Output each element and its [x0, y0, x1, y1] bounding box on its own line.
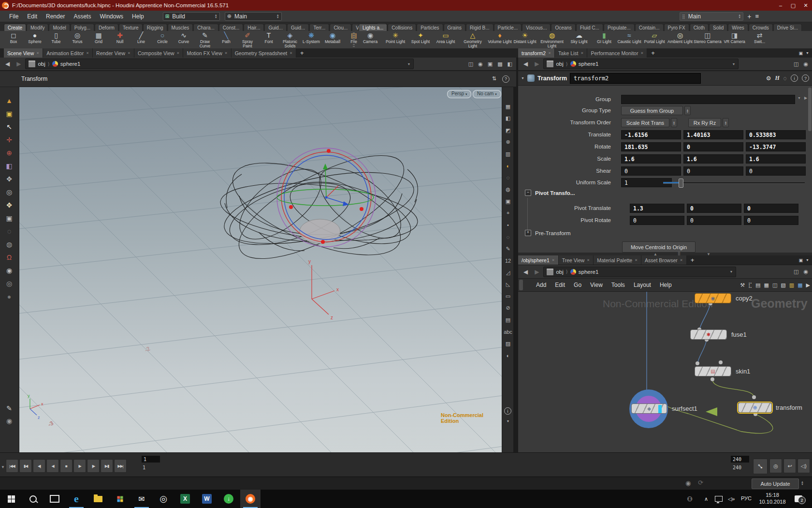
shelf-tab[interactable]: Drive Si...	[773, 24, 802, 31]
scale-tool-icon[interactable]: ▣	[2, 212, 16, 224]
gizmo-handle[interactable]	[289, 205, 293, 209]
volume-tray-icon[interactable]: ◁»	[725, 490, 738, 508]
network-menu-item[interactable]: Layout	[629, 282, 655, 288]
torus-tool[interactable]: ◎ Torus	[67, 31, 88, 44]
pose-tool-icon[interactable]: ◌	[2, 225, 16, 237]
close-icon[interactable]: ✕	[587, 258, 590, 262]
gizmo-handle[interactable]	[327, 149, 331, 153]
rotate-order-spinner[interactable]: ▲▼	[723, 118, 729, 127]
portal-light-tool[interactable]: ▱ Portal Light	[642, 31, 667, 44]
close-icon[interactable]: ✕	[290, 51, 292, 55]
area-light-tool[interactable]: ▭ Area Light	[433, 31, 458, 44]
box-tool[interactable]: ◻ Box	[3, 31, 24, 44]
group-type-spinner[interactable]: ▲▼	[684, 106, 691, 115]
shelf-set-selector[interactable]: ⣿Main▲▼	[680, 12, 743, 21]
distant-light-tool[interactable]: ☀ Distant Light	[512, 31, 537, 44]
path-dropdown-icon[interactable]: ▼	[730, 270, 733, 273]
scale-field[interactable]: 1.6	[621, 154, 681, 164]
geometry-light-tool[interactable]: △ Geometry Light	[458, 31, 487, 48]
draw-curve-tool[interactable]: ✎ Draw Curve	[194, 31, 216, 48]
close-button[interactable]: ✕	[799, 1, 812, 10]
shelf-tab[interactable]: Oceans	[551, 24, 575, 31]
camera-tool[interactable]: ◉ Camera	[358, 31, 383, 44]
stereo-camera-tool[interactable]: ◫ Stereo Camera	[693, 31, 722, 44]
projection-selector[interactable]: Persp ▾	[447, 90, 471, 98]
pane-tab[interactable]: Geometry Spreadsheet✕	[232, 48, 296, 58]
network-menu-item[interactable]: Tools	[607, 282, 629, 288]
memory-icon[interactable]: ◉	[685, 479, 691, 487]
node-skin1[interactable]: ▤	[695, 366, 731, 376]
shelf-tab[interactable]: Chara...	[193, 24, 218, 31]
shelf-tab[interactable]: Rigid B...	[466, 24, 493, 31]
new-pane-tab-button[interactable]: +	[296, 49, 308, 57]
close-icon[interactable]: ✕	[680, 258, 683, 262]
isolate-objects-icon[interactable]: ▥	[503, 149, 513, 159]
task-view-button[interactable]	[44, 490, 65, 508]
wireframe-geometry[interactable]	[218, 136, 420, 279]
gizmo-handle[interactable]	[321, 240, 325, 244]
hscript-icon[interactable]: H	[775, 75, 780, 82]
tube-tool[interactable]: ▯ Tube	[45, 31, 67, 44]
set-keyframe-button[interactable]: ⊶	[753, 459, 768, 474]
forward-icon[interactable]: ▶	[14, 60, 23, 67]
add-shelf-button[interactable]: +	[747, 13, 751, 20]
node-transform[interactable]: ⊕	[738, 403, 772, 413]
menu-item[interactable]: Edit	[23, 13, 42, 20]
circle-tool[interactable]: ○ Circle	[152, 31, 173, 44]
muscle-tool-icon[interactable]: Ω	[2, 252, 16, 263]
pivot-rotate-field[interactable]: 0	[630, 216, 684, 225]
maximize-button[interactable]: ▢	[787, 1, 799, 10]
forward-icon[interactable]: ▶	[532, 269, 541, 275]
select-tool-icon[interactable]: ↖	[2, 121, 16, 133]
auto-update-spinner[interactable]: ▲▼	[801, 481, 804, 486]
shading-mode-icon[interactable]: ◧	[503, 114, 513, 123]
sphere-tool[interactable]: ● Sphere	[24, 31, 45, 44]
transform-order-spinner[interactable]: ▲▼	[671, 118, 677, 127]
marker-icon[interactable]: ✎	[503, 244, 513, 254]
translate-field[interactable]: 1.40163	[683, 130, 743, 139]
line-tool[interactable]: ╱ Line	[130, 31, 152, 44]
stop-button[interactable]: ■	[60, 459, 72, 473]
shelf-tab[interactable]: Grains	[444, 24, 465, 31]
close-icon[interactable]: ✕	[552, 258, 555, 262]
playbar-edge-icon[interactable]: ▼	[1, 465, 5, 469]
material-display-icon[interactable]: ◐	[503, 351, 513, 360]
scale-field[interactable]: 1.6	[683, 154, 743, 164]
go-to-start-button[interactable]: |◀◀	[6, 459, 18, 473]
pane-tab[interactable]: Motion FX View✕	[183, 48, 231, 58]
snapping-options-icon[interactable]: ▦	[503, 102, 513, 111]
scene-viewport[interactable]: -3 -2	[19, 87, 502, 452]
paint-tool-icon[interactable]: ◉	[2, 265, 16, 276]
l-system-tool[interactable]: ❋ L-System	[301, 31, 322, 44]
template-flag[interactable]	[658, 405, 662, 413]
xray-icon[interactable]: ⊗	[503, 137, 513, 147]
node-label[interactable]: skin1	[736, 368, 750, 375]
group-action-icon[interactable]: ▶	[804, 96, 807, 100]
menu-item[interactable]: Assets	[69, 13, 95, 20]
rotate-order-dropdown[interactable]: Rx Ry Rz	[688, 118, 721, 127]
hull-display-icon[interactable]: ▭	[503, 291, 513, 301]
info-icon[interactable]: i	[791, 75, 798, 82]
group-dropdown-icon[interactable]: ▼	[798, 96, 801, 100]
font-tool[interactable]: T Font	[258, 31, 279, 44]
pane-split-icon[interactable]: ▩	[497, 61, 502, 67]
headlight-icon[interactable]: ◌	[503, 173, 513, 182]
group-type-dropdown[interactable]: Guess from Group	[621, 106, 683, 115]
translate-field[interactable]: -1.6156	[621, 130, 681, 139]
pin-path-icon[interactable]: ◫	[468, 61, 473, 67]
color-palette-icon[interactable]: ▦	[764, 282, 769, 288]
uniform-scale-slider-thumb[interactable]	[679, 179, 683, 188]
sort-icon[interactable]: ⇅	[492, 75, 496, 83]
shelf-tab[interactable]: Create	[4, 24, 26, 31]
pivot-rotate-field[interactable]: 0	[744, 216, 798, 225]
transform-order-dropdown[interactable]: Scale Rot Trans	[621, 118, 669, 127]
camera-selector[interactable]: No cam ▾	[473, 90, 501, 98]
toolbar-more-icon[interactable]: ▼	[503, 416, 513, 426]
shelf-tab[interactable]: Crowds	[749, 24, 773, 31]
minimize-button[interactable]: –	[774, 1, 787, 10]
help-icon[interactable]: ?	[502, 75, 509, 83]
close-icon[interactable]: ✕	[36, 51, 39, 55]
shelf-tab[interactable]: Rigging	[143, 24, 167, 31]
vectors-display-icon[interactable]: ◺	[503, 280, 513, 289]
path-tool[interactable]: ╲ Path	[216, 31, 237, 44]
